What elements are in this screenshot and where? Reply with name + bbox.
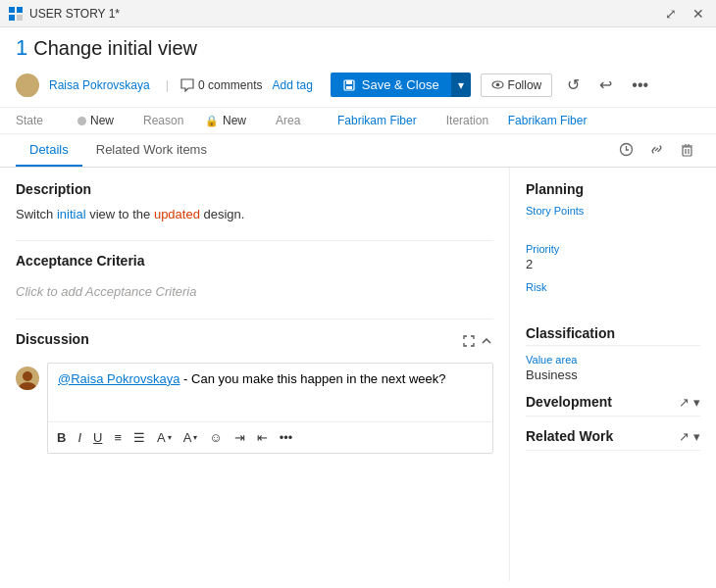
save-close-dropdown-button[interactable]: ▾ <box>451 73 471 97</box>
development-header: Development ↗ ▾ <box>526 394 700 416</box>
reason-label: Reason <box>143 114 197 127</box>
undo-button[interactable]: ↩ <box>594 74 617 96</box>
title-row: 1 Change initial view <box>16 35 700 61</box>
discussion-expand-button[interactable] <box>462 334 476 351</box>
desc-highlight-initial: initial <box>57 207 86 221</box>
comment-icon <box>180 78 194 92</box>
history-icon-button[interactable] <box>613 138 639 164</box>
state-text: New <box>90 114 114 127</box>
area-item: Area Fabrikam Fiber <box>276 114 417 127</box>
reason-value[interactable]: 🔒 New <box>205 114 246 127</box>
state-value[interactable]: New <box>77 114 114 127</box>
desc-highlight-updated: updated <box>154 207 200 221</box>
title-bar-label: USER STORY 1* <box>29 7 661 21</box>
title-bar-controls: ⤢ ✕ <box>661 4 708 24</box>
work-item-title[interactable]: Change initial view <box>33 37 197 60</box>
risk-value[interactable] <box>526 295 700 310</box>
svg-rect-2 <box>9 15 15 21</box>
risk-label: Risk <box>526 281 700 293</box>
underline-button[interactable]: U <box>88 428 107 447</box>
comments-button[interactable]: 0 comments <box>180 78 262 92</box>
development-collapse-button[interactable]: ▾ <box>693 395 700 410</box>
related-work-header: Related Work ↗ ▾ <box>526 428 700 451</box>
iteration-value[interactable]: Fabrikam Fiber <box>508 114 588 127</box>
development-section: Development ↗ ▾ <box>526 394 700 416</box>
state-indicator <box>77 117 86 125</box>
svg-rect-3 <box>17 15 23 21</box>
refresh-button[interactable]: ↺ <box>562 74 585 96</box>
tab-related-work-items[interactable]: Related Work items <box>82 134 221 167</box>
more-formatting-button[interactable]: ••• <box>275 428 298 447</box>
iteration-item: Iteration Fabrikam Fiber <box>446 114 588 127</box>
add-tag-button[interactable]: Add tag <box>272 78 312 92</box>
value-area-value[interactable]: Business <box>526 368 700 382</box>
save-close-button[interactable]: Save & Close <box>331 73 451 97</box>
planning-title: Planning <box>526 181 700 197</box>
story-points-label: Story Points <box>526 205 700 217</box>
mention-text[interactable]: @Raisa Pokrovskaya <box>58 371 179 386</box>
eye-icon <box>491 78 504 91</box>
development-icons: ↗ ▾ <box>679 395 700 410</box>
classification-section: Classification Value area Business <box>526 325 700 382</box>
value-area-label: Value area <box>526 354 700 366</box>
related-work-collapse-button[interactable]: ▾ <box>693 429 700 444</box>
comments-count: 0 comments <box>198 78 262 92</box>
state-item: State New <box>16 114 114 127</box>
acceptance-criteria-placeholder[interactable]: Click to add Acceptance Criteria <box>16 276 493 307</box>
emoji-button[interactable]: ☺ <box>204 428 227 447</box>
align-button[interactable]: ≡ <box>109 428 127 447</box>
tab-icons <box>613 138 700 164</box>
discussion-input-box[interactable]: @Raisa Pokrovskaya - Can you make this h… <box>47 363 493 454</box>
related-work-expand-button[interactable]: ↗ <box>679 429 690 444</box>
more-button[interactable]: ••• <box>627 74 653 96</box>
follow-label: Follow <box>508 78 542 92</box>
left-pane: Description Switch initial view to the u… <box>0 168 510 581</box>
lock-icon: 🔒 <box>205 115 219 127</box>
italic-button[interactable]: I <box>73 428 86 447</box>
divider1 <box>16 240 493 241</box>
trash-icon-button[interactable] <box>674 138 700 164</box>
story-points-value[interactable] <box>526 219 700 233</box>
user-name[interactable]: Raisa Pokrovskaya <box>49 78 150 92</box>
description-text[interactable]: Switch initial view to the updated desig… <box>16 205 493 224</box>
content-area: Description Switch initial view to the u… <box>0 168 716 581</box>
priority-label: Priority <box>526 243 700 255</box>
indent-button[interactable]: ⇥ <box>230 428 250 447</box>
save-close-label: Save & Close <box>362 77 439 92</box>
discussion-controls <box>462 334 493 351</box>
restore-button[interactable]: ⤢ <box>661 4 681 24</box>
acceptance-criteria-title: Acceptance Criteria <box>16 253 493 269</box>
work-item-number: 1 <box>16 35 27 61</box>
font-color-button[interactable]: A▾ <box>179 428 203 447</box>
priority-value[interactable]: 2 <box>526 257 700 271</box>
follow-button[interactable]: Follow <box>481 74 553 97</box>
svg-point-19 <box>19 382 36 390</box>
area-value[interactable]: Fabrikam Fiber <box>337 114 417 127</box>
highlight-button[interactable]: A▾ <box>152 428 177 447</box>
svg-rect-7 <box>346 80 352 84</box>
tab-details[interactable]: Details <box>16 134 82 167</box>
bold-button[interactable]: B <box>52 428 71 447</box>
svg-rect-1 <box>17 7 23 13</box>
svg-point-18 <box>23 371 32 381</box>
toolbar: Raisa Pokrovskaya | 0 comments Add tag S… <box>16 69 700 101</box>
desc-part3: design. <box>200 207 245 221</box>
discussion-content[interactable]: @Raisa Pokrovskaya - Can you make this h… <box>48 364 492 417</box>
list-button[interactable]: ☰ <box>128 428 150 447</box>
close-button[interactable]: ✕ <box>689 4 708 24</box>
discussion-header: Discussion <box>16 331 493 355</box>
related-work-icons: ↗ ▾ <box>679 429 700 444</box>
discussion-collapse-button[interactable] <box>480 334 493 351</box>
expand-icon <box>462 334 476 348</box>
iteration-label: Iteration <box>446 114 500 127</box>
desc-part2: view to the <box>86 207 154 221</box>
discussion-input-row: @Raisa Pokrovskaya - Can you make this h… <box>16 363 493 454</box>
link-icon-button[interactable] <box>643 138 670 164</box>
development-expand-button[interactable]: ↗ <box>679 395 690 410</box>
divider2 <box>16 318 493 319</box>
right-pane: Planning Story Points Priority 2 Risk Cl… <box>510 168 716 581</box>
development-title: Development <box>526 394 612 410</box>
disc-toolbar: B I U ≡ ☰ A▾ A▾ ☺ ⇥ ⇤ ••• <box>48 421 492 453</box>
link-icon <box>649 142 664 157</box>
outdent-button[interactable]: ⇤ <box>252 428 273 447</box>
